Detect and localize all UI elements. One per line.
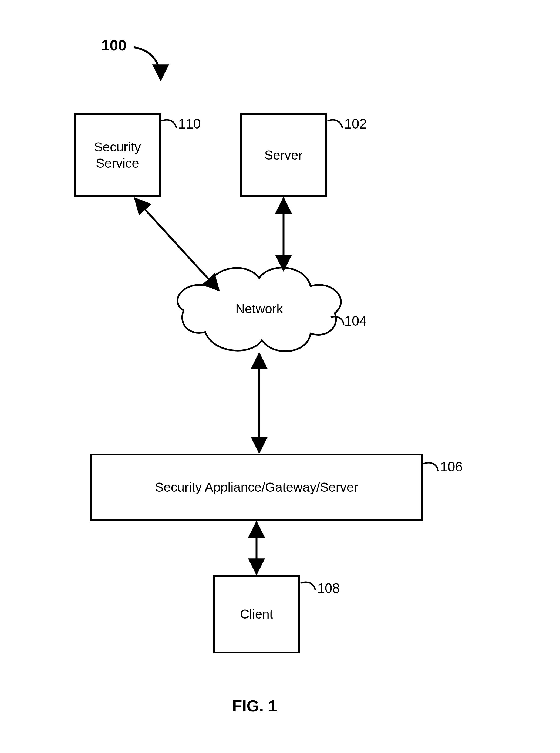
node-network-ref: 104 — [344, 313, 367, 329]
node-gateway-ref: 106 — [440, 459, 462, 475]
node-server-ref: 102 — [344, 116, 367, 132]
leader-102-icon — [327, 120, 342, 128]
node-network-cloud-icon: Network — [177, 268, 341, 351]
node-server: Server — [240, 114, 327, 197]
leader-104-icon — [331, 317, 344, 325]
ref-main-arrow-icon — [134, 47, 161, 80]
node-security-service: Security Service — [74, 114, 161, 197]
figure-ref-main: 100 — [101, 37, 126, 54]
node-gateway: Security Appliance/Gateway/Server — [91, 453, 423, 521]
diagram-canvas: 100 Security Service 110 Server 102 104 … — [0, 0, 560, 753]
leader-108-icon — [301, 582, 315, 590]
node-security-service-label: Security Service — [94, 139, 141, 171]
node-gateway-label: Security Appliance/Gateway/Server — [155, 479, 358, 495]
node-client: Client — [213, 575, 300, 653]
edge-security-network — [135, 199, 219, 290]
node-client-ref: 108 — [317, 581, 340, 596]
leader-110-icon — [161, 120, 176, 128]
leader-106-icon — [423, 463, 438, 471]
figure-caption: FIG. 1 — [232, 696, 277, 715]
node-security-service-ref: 110 — [178, 116, 201, 132]
node-network-label: Network — [236, 302, 283, 316]
node-client-label: Client — [240, 606, 273, 622]
node-server-label: Server — [264, 147, 302, 163]
